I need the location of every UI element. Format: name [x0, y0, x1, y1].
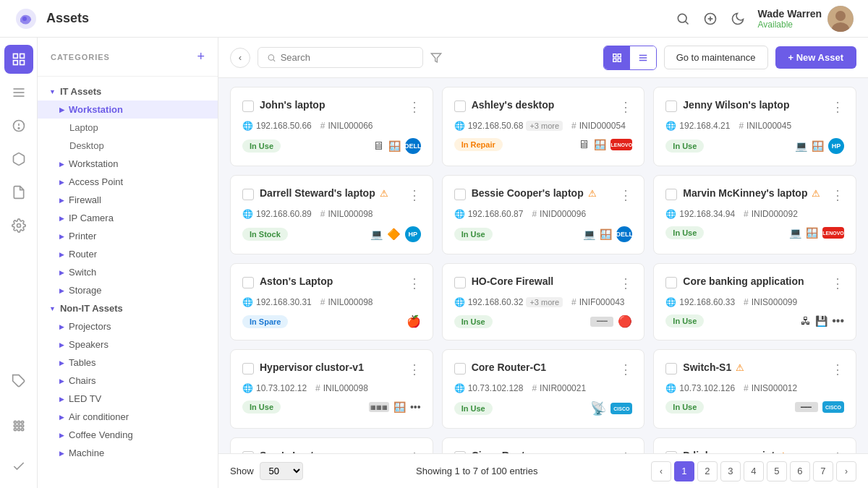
pagination-page-7[interactable]: 7: [813, 461, 833, 481]
card-checkbox[interactable]: [242, 189, 254, 200]
card-menu-button[interactable]: ⋮: [831, 361, 844, 377]
grid-view-button[interactable]: [604, 46, 630, 69]
card-checkbox[interactable]: [665, 451, 677, 453]
card-menu-button[interactable]: ⋮: [619, 450, 632, 453]
status-badge: In Use: [454, 228, 493, 241]
sidebar-item-firewall[interactable]: ▶ Firewall: [38, 191, 218, 209]
pagination: ‹ 1 2 3 4 5 6 7 ›: [651, 461, 856, 481]
card-checkbox[interactable]: [454, 451, 466, 453]
card-menu-button[interactable]: ⋮: [408, 361, 421, 377]
add-icon[interactable]: [703, 12, 718, 26]
sidebar-item-chairs[interactable]: ▶ Chairs: [38, 372, 218, 390]
sidebar-item-workstation-main[interactable]: ▶ Workstation: [38, 100, 218, 119]
ip-value: 10.73.102.128: [468, 383, 524, 393]
sidebar-item-ip-camera[interactable]: ▶ IP Camera: [38, 209, 218, 227]
card-menu-button[interactable]: ⋮: [408, 99, 421, 115]
sidebar-item-desktop[interactable]: Desktop: [38, 137, 218, 155]
nav-icon-assets[interactable]: [4, 45, 33, 74]
moon-icon[interactable]: [731, 12, 745, 26]
pagination-next-button[interactable]: ›: [836, 461, 856, 481]
sidebar-item-air-conditioner[interactable]: ▶ Air conditioner: [38, 408, 218, 426]
nav-icon-grid2[interactable]: [4, 411, 33, 440]
card-menu-button[interactable]: ⋮: [408, 275, 421, 291]
pagination-page-5[interactable]: 5: [767, 461, 787, 481]
nav-icon-box[interactable]: [4, 145, 33, 174]
card-menu-button[interactable]: ⋮: [831, 187, 844, 203]
card-icons: 💻 🪟 DELL: [583, 226, 632, 242]
card-menu-button[interactable]: ⋮: [408, 450, 421, 453]
card-menu-button[interactable]: ⋮: [619, 187, 632, 203]
card-header: Aston's Laptop ⋮: [242, 275, 421, 291]
sidebar-item-projectors[interactable]: ▶ Projectors: [38, 317, 218, 335]
nav-icon-list[interactable]: [4, 78, 33, 107]
card-header: Cisco Router ⋮: [454, 450, 633, 453]
nav-icon-tag[interactable]: [4, 367, 33, 395]
card-checkbox[interactable]: [665, 363, 677, 374]
card-checkbox[interactable]: [242, 451, 254, 453]
pagination-page-2[interactable]: 2: [697, 461, 718, 481]
card-checkbox[interactable]: [454, 277, 466, 288]
card-menu-button[interactable]: ⋮: [619, 361, 632, 377]
card-checkbox[interactable]: [454, 100, 466, 112]
sidebar-item-machine[interactable]: ▶ Machine: [38, 444, 218, 462]
sidebar-item-it-assets[interactable]: ▼ IT Assets: [38, 82, 218, 100]
content-footer: Show 50 25 100 Showing 1 to 7 of 100 ent…: [218, 453, 868, 488]
card-meta: 🌐 192.168.60.33 # INIS000099: [665, 297, 844, 307]
sidebar-item-workstation-sub[interactable]: ▶ Workstation: [38, 155, 218, 173]
card-menu-button[interactable]: ⋮: [831, 275, 844, 291]
view-toggle: [603, 46, 657, 70]
hash-icon: #: [532, 383, 537, 393]
hash-icon: #: [571, 121, 576, 131]
pagination-prev-button[interactable]: ‹: [651, 461, 671, 481]
maintenance-button[interactable]: Go to maintenance: [664, 46, 768, 69]
card-checkbox[interactable]: [242, 277, 254, 288]
search-input[interactable]: [281, 52, 414, 63]
card-menu-button[interactable]: ⋮: [831, 450, 844, 453]
card-checkbox[interactable]: [454, 189, 466, 200]
sidebar-item-switch[interactable]: ▶ Switch: [38, 263, 218, 281]
sidebar-item-speakers[interactable]: ▶ Speakers: [38, 335, 218, 354]
search-icon[interactable]: [676, 12, 690, 26]
card-menu-button[interactable]: ⋮: [408, 187, 421, 203]
card-checkbox[interactable]: [665, 277, 677, 288]
card-checkbox[interactable]: [665, 100, 677, 112]
sidebar-item-storage[interactable]: ▶ Storage: [38, 281, 218, 299]
card-footer: In Use 💻 🪟 LENOVO: [665, 226, 844, 239]
sidebar-item-coffee-vending[interactable]: ▶ Coffee Vending: [38, 426, 218, 444]
pagination-page-1[interactable]: 1: [674, 461, 694, 481]
sidebar-item-tables[interactable]: ▶ Tables: [38, 354, 218, 372]
sidebar-item-non-it-assets[interactable]: ▼ Non-IT Assets: [38, 299, 218, 317]
sidebar-item-router[interactable]: ▶ Router: [38, 245, 218, 263]
sidebar-item-printer[interactable]: ▶ Printer: [38, 227, 218, 245]
card-checkbox[interactable]: [454, 363, 466, 374]
card-header: Ashley's desktop ⋮: [454, 99, 633, 115]
card-menu-button[interactable]: ⋮: [619, 99, 632, 115]
pagination-page-3[interactable]: 3: [720, 461, 741, 481]
show-dropdown[interactable]: 50 25 100: [260, 462, 303, 480]
more-tag: +3 more: [526, 297, 563, 307]
card-checkbox[interactable]: [242, 100, 254, 112]
nav-back-button[interactable]: ‹: [230, 48, 250, 68]
card-menu-button[interactable]: ⋮: [619, 275, 632, 291]
new-asset-button[interactable]: + New Asset: [775, 46, 856, 69]
sidebar-item-laptop[interactable]: Laptop: [38, 119, 218, 137]
card-checkbox[interactable]: [242, 363, 254, 374]
svg-point-1: [22, 17, 27, 21]
card-icons: ━━━ 🔴: [590, 314, 632, 328]
nav-icon-settings[interactable]: [4, 211, 33, 240]
pagination-page-4[interactable]: 4: [744, 461, 764, 481]
pagination-page-6[interactable]: 6: [790, 461, 810, 481]
nav-icon-check[interactable]: [4, 452, 33, 481]
nav-icon-file[interactable]: [4, 178, 33, 207]
sidebar-add-button[interactable]: +: [197, 49, 205, 64]
card-menu-button[interactable]: ⋮: [831, 99, 844, 115]
card-meta: 🌐 192.168.50.68 +3 more # INID000054: [454, 121, 633, 131]
list-view-button[interactable]: [630, 46, 656, 69]
filter-icon[interactable]: [430, 52, 442, 64]
ip-value: 192.168.60.89: [256, 209, 312, 219]
tag-number: # INIR000021: [532, 383, 586, 393]
sidebar-item-led-tv[interactable]: ▶ LED TV: [38, 390, 218, 408]
sidebar-item-access-point[interactable]: ▶ Access Point: [38, 173, 218, 191]
nav-icon-alert[interactable]: [4, 111, 33, 140]
card-checkbox[interactable]: [665, 189, 677, 200]
